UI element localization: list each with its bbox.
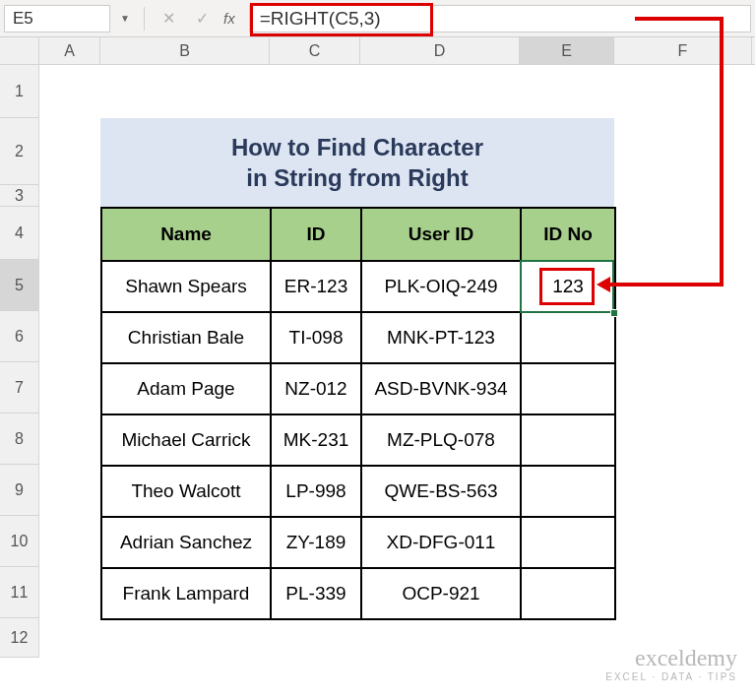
banner-line1: How to Find Character xyxy=(231,132,483,162)
cell-idno[interactable] xyxy=(521,363,615,414)
cell-id[interactable]: NZ-012 xyxy=(271,363,361,414)
cell-id[interactable]: MK-231 xyxy=(271,414,361,466)
annotation-arrow xyxy=(608,283,724,286)
annotation-arrow-head xyxy=(597,277,610,292)
watermark-brand: exceldemy xyxy=(605,645,737,671)
table-row: Christian BaleTI-098MNK-PT-123 xyxy=(101,312,615,363)
cell-id[interactable]: ZY-189 xyxy=(271,517,361,568)
cell-idno[interactable] xyxy=(521,414,615,466)
table-row: Adrian SanchezZY-189XD-DFG-011 xyxy=(101,517,615,568)
row-header-8[interactable]: 8 xyxy=(0,414,39,465)
row-header-10[interactable]: 10 xyxy=(0,516,39,567)
cell-idno[interactable] xyxy=(521,312,615,363)
cancel-icon[interactable]: ✕ xyxy=(155,5,182,32)
banner-line2: in String from Right xyxy=(246,162,468,193)
cell-id[interactable]: ER-123 xyxy=(271,261,361,312)
cell-name[interactable]: Adrian Sanchez xyxy=(101,517,271,568)
header-id[interactable]: ID xyxy=(271,208,361,261)
fx-icon[interactable]: fx xyxy=(223,10,235,27)
cell-uid[interactable]: MNK-PT-123 xyxy=(361,312,521,363)
cell-name[interactable]: Adam Page xyxy=(101,363,271,414)
cell-idno[interactable] xyxy=(521,568,615,619)
cell-uid[interactable]: OCP-921 xyxy=(361,568,521,619)
cell-id[interactable]: TI-098 xyxy=(271,312,361,363)
name-box[interactable]: E5 xyxy=(4,5,110,32)
header-userid[interactable]: User ID xyxy=(361,208,521,261)
header-name[interactable]: Name xyxy=(101,208,271,261)
data-table: Name ID User ID ID No Shawn SpearsER-123… xyxy=(100,207,616,620)
row-header-5[interactable]: 5 xyxy=(0,260,39,311)
row-header-1[interactable]: 1 xyxy=(0,65,39,118)
col-header-B[interactable]: B xyxy=(100,37,270,64)
watermark: exceldemy EXCEL · DATA · TIPS xyxy=(605,645,737,682)
row-header-12[interactable]: 12 xyxy=(0,618,39,658)
table-row: Adam PageNZ-012ASD-BVNK-934 xyxy=(101,363,615,414)
cell-name[interactable]: Christian Bale xyxy=(101,312,271,363)
row-header-4[interactable]: 4 xyxy=(0,207,39,260)
cell-idno[interactable] xyxy=(521,466,615,517)
cell-id[interactable]: LP-998 xyxy=(271,466,361,517)
cell-id[interactable]: PL-339 xyxy=(271,568,361,619)
annotation-arrow xyxy=(635,17,724,21)
col-header-F[interactable]: F xyxy=(614,37,752,64)
row-header-11[interactable]: 11 xyxy=(0,567,39,618)
fill-handle[interactable] xyxy=(610,309,618,317)
cell-uid[interactable]: XD-DFG-011 xyxy=(361,517,521,568)
select-all-corner[interactable] xyxy=(0,37,39,64)
cell-uid[interactable]: PLK-OIQ-249 xyxy=(361,261,521,312)
formula-text: =RIGHT(C5,3) xyxy=(260,8,381,30)
cell-name[interactable]: Theo Walcott xyxy=(101,466,271,517)
sheet-cells[interactable]: How to Find Character in String from Rig… xyxy=(39,65,755,658)
cell-idno[interactable] xyxy=(521,517,615,568)
name-box-dropdown[interactable]: ▼ xyxy=(116,5,134,32)
separator xyxy=(144,7,145,31)
title-banner: How to Find Character in String from Rig… xyxy=(100,118,614,207)
col-header-C[interactable]: C xyxy=(270,37,360,64)
table-row: Shawn SpearsER-123PLK-OIQ-249123 xyxy=(101,261,615,312)
col-header-D[interactable]: D xyxy=(360,37,520,64)
spreadsheet-grid: A B C D E F 1 2 3 4 5 6 7 8 9 10 11 12 H… xyxy=(0,37,755,658)
row-header-3[interactable]: 3 xyxy=(0,185,39,207)
enter-icon[interactable]: ✓ xyxy=(188,5,216,32)
cell-uid[interactable]: ASD-BVNK-934 xyxy=(361,363,521,414)
col-header-A[interactable]: A xyxy=(39,37,100,64)
cell-name[interactable]: Michael Carrick xyxy=(101,414,271,466)
table-row: Michael CarrickMK-231MZ-PLQ-078 xyxy=(101,414,615,466)
row-header-2[interactable]: 2 xyxy=(0,118,39,185)
row-header-9[interactable]: 9 xyxy=(0,465,39,516)
col-header-E[interactable]: E xyxy=(520,37,614,64)
row-header-7[interactable]: 7 xyxy=(0,362,39,414)
annotation-arrow xyxy=(720,17,724,285)
cell-name[interactable]: Shawn Spears xyxy=(101,261,271,312)
table-row: Theo WalcottLP-998QWE-BS-563 xyxy=(101,466,615,517)
row-headers: 1 2 3 4 5 6 7 8 9 10 11 12 xyxy=(0,65,39,658)
header-idno[interactable]: ID No xyxy=(521,208,615,261)
row-header-6[interactable]: 6 xyxy=(0,311,39,362)
cell-name[interactable]: Frank Lampard xyxy=(101,568,271,619)
table-header-row: Name ID User ID ID No xyxy=(101,208,615,261)
cell-uid[interactable]: MZ-PLQ-078 xyxy=(361,414,521,466)
cell-uid[interactable]: QWE-BS-563 xyxy=(361,466,521,517)
column-headers: A B C D E F xyxy=(0,37,755,65)
table-row: Frank LampardPL-339OCP-921 xyxy=(101,568,615,619)
watermark-tag: EXCEL · DATA · TIPS xyxy=(605,671,737,682)
